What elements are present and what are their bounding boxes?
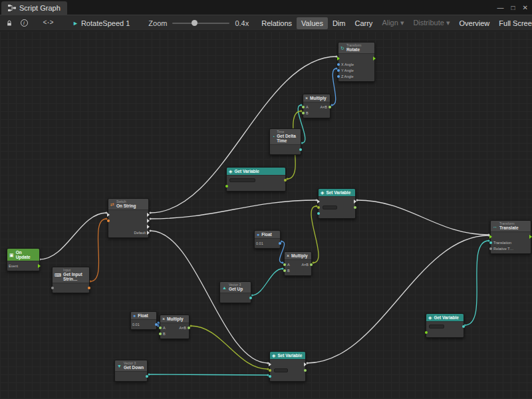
graph-breadcrumb[interactable]: ► RotateSpeed 1 (72, 19, 130, 27)
node-multiply-mid[interactable]: ×MultiplyAA×BB (284, 251, 312, 276)
toolbar-button-values[interactable]: Values (297, 17, 328, 29)
variable-icon: ◈ (428, 315, 432, 320)
left-port[interactable] (269, 375, 271, 378)
left-port[interactable] (107, 219, 110, 222)
right-port[interactable] (354, 200, 356, 203)
right-port[interactable] (304, 369, 307, 372)
right-port[interactable] (88, 287, 90, 289)
right-port[interactable] (354, 206, 356, 209)
left-port[interactable] (302, 106, 305, 108)
edge[interactable] (90, 219, 106, 281)
edge[interactable] (252, 269, 283, 295)
right-port[interactable] (529, 235, 532, 239)
node-rotate[interactable]: ↻TransformRotateX AngleY AngleZ Angle (338, 42, 375, 82)
node-get-delta-time[interactable]: ◔TimeGet Delta Time (269, 128, 301, 155)
variable-name-field[interactable] (229, 178, 255, 182)
lock-button[interactable] (2, 17, 17, 30)
node-get-input-string[interactable]: ⌨InputGet Input Strin… (52, 267, 90, 293)
tab-title: Script Graph (19, 4, 61, 12)
node-float-low[interactable]: ●Float0.01 (130, 311, 157, 330)
graph-canvas[interactable]: ↻TransformRotateX AngleY AngleZ Angle×Mu… (0, 31, 532, 399)
left-port[interactable] (317, 206, 320, 209)
toolbar-button-full-screen[interactable]: Full Screen (494, 17, 532, 29)
toolbar-button-relations[interactable]: Relations (257, 17, 297, 29)
left-port[interactable] (159, 332, 162, 335)
left-port[interactable] (269, 362, 271, 366)
left-port[interactable] (225, 185, 228, 188)
left-port[interactable] (159, 327, 162, 329)
node-float-mid[interactable]: ●Float0.01 (254, 230, 281, 249)
node-vector3-get-up[interactable]: ▲Vector 3Get Up (219, 281, 251, 303)
close-button[interactable]: ✕ (523, 4, 528, 11)
right-port[interactable] (146, 375, 148, 378)
maximize-button[interactable]: □ (511, 4, 515, 11)
edit-source-button[interactable]: <·> (41, 17, 55, 30)
edge[interactable] (332, 68, 336, 105)
right-port[interactable] (304, 362, 307, 366)
variable-name-field[interactable] (323, 205, 337, 209)
right-port[interactable] (147, 231, 150, 235)
left-port[interactable] (337, 75, 340, 78)
toolbar-button-carry[interactable]: Carry (350, 17, 377, 29)
toolbar-button-distribute: Distribute ▾ (408, 17, 454, 29)
port-label: Event (9, 264, 18, 268)
right-port[interactable] (462, 325, 465, 328)
right-port[interactable] (249, 297, 252, 299)
left-port[interactable] (489, 241, 492, 244)
toolbar-button-dim[interactable]: Dim (328, 17, 350, 29)
right-port[interactable] (147, 213, 150, 217)
node-multiply-top[interactable]: ×MultiplyAA×BB (303, 94, 331, 118)
left-port[interactable] (337, 69, 340, 72)
edge[interactable] (465, 241, 489, 325)
node-title: Translate (499, 225, 519, 230)
node-get-variable-top[interactable]: ◈Get Variable (226, 167, 286, 192)
left-port[interactable] (489, 235, 492, 239)
node-multiply-low[interactable]: ×MultiplyAA×BB (160, 315, 190, 339)
left-port[interactable] (337, 63, 340, 66)
right-port[interactable] (329, 106, 331, 108)
right-port[interactable] (147, 219, 150, 223)
left-port[interactable] (283, 263, 286, 266)
left-port[interactable] (107, 213, 110, 217)
right-port[interactable] (279, 242, 281, 245)
right-port[interactable] (284, 179, 287, 182)
zoom-slider[interactable] (172, 23, 229, 24)
left-port[interactable] (317, 212, 320, 215)
right-port[interactable] (373, 57, 376, 61)
variable-name-field[interactable] (429, 325, 444, 329)
left-port[interactable] (51, 287, 54, 289)
left-port[interactable] (317, 200, 320, 203)
left-port[interactable] (337, 57, 340, 61)
node-vector3-get-down[interactable]: ▼Vector 3Get Down (114, 360, 148, 382)
node-set-variable-mid[interactable]: ◈Set Variable (318, 188, 356, 219)
edge[interactable] (150, 200, 317, 219)
toolbar-button-overview[interactable]: Overview (454, 17, 494, 29)
edge[interactable] (357, 200, 489, 235)
right-port[interactable] (147, 225, 150, 229)
node-set-variable-bottom[interactable]: ◈Set Variable (269, 351, 306, 382)
right-port[interactable] (38, 264, 41, 268)
right-port[interactable] (188, 327, 190, 329)
edge[interactable] (40, 213, 106, 259)
zoom-control: Zoom 0.4x (148, 19, 249, 27)
node-switch-on-string[interactable]: ⇄SwitchOn StringDefault (108, 198, 149, 238)
tab-script-graph[interactable]: Script Graph (1, 1, 67, 15)
variable-name-field[interactable] (274, 368, 288, 372)
left-port[interactable] (425, 331, 428, 334)
edge[interactable] (307, 235, 489, 363)
left-port[interactable] (269, 369, 271, 372)
info-button[interactable]: i (17, 17, 31, 30)
right-port[interactable] (155, 323, 158, 326)
left-port[interactable] (302, 112, 305, 114)
node-translate[interactable]: ↔TransformTranslateTranslationRelative T… (490, 220, 531, 254)
zoom-slider-thumb[interactable] (192, 20, 198, 26)
minimize-button[interactable]: — (497, 4, 504, 11)
right-port[interactable] (310, 263, 313, 266)
left-port[interactable] (489, 247, 492, 250)
node-get-variable-right[interactable]: ◈Get Variable (426, 313, 464, 338)
left-port[interactable] (283, 269, 286, 272)
edge[interactable] (149, 374, 268, 375)
right-port[interactable] (299, 148, 302, 151)
node-on-update[interactable]: ▣On UpdateEvent (7, 248, 40, 271)
multiply-icon: × (305, 96, 308, 100)
